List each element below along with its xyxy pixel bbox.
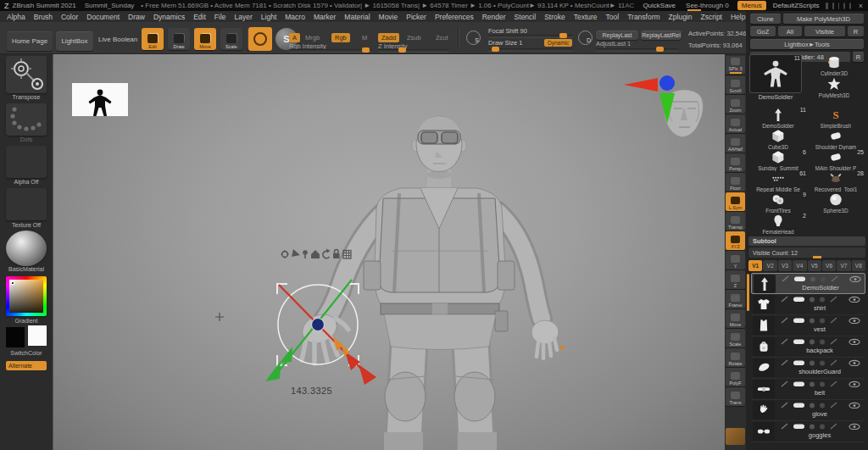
uv-icon[interactable] — [810, 382, 815, 387]
tool-item[interactable]: 11 DemoSoldier — [749, 107, 807, 129]
draw-size-slider[interactable] — [488, 48, 573, 51]
right-shelf-button[interactable]: Zoom — [726, 95, 745, 114]
goz-button[interactable]: GoZ — [750, 26, 776, 36]
config-icon[interactable] — [838, 3, 840, 9]
displacement-icon[interactable] — [820, 361, 825, 366]
paint-icon[interactable] — [782, 276, 788, 281]
dart-icon[interactable] — [292, 249, 300, 257]
right-shelf-button[interactable]: PolyF — [726, 368, 745, 386]
dynamic-toggle[interactable]: Dynamic — [544, 39, 572, 47]
paint-icon[interactable] — [782, 297, 787, 302]
right-shelf-button[interactable]: Scroll — [726, 75, 745, 94]
menu-item[interactable]: Movie — [379, 13, 398, 21]
menu-item[interactable]: Material — [344, 13, 370, 21]
right-shelf-button[interactable]: Floor — [726, 173, 745, 192]
x-axis-icon[interactable] — [624, 78, 658, 92]
focal-shift-slider[interactable] — [488, 35, 573, 37]
right-shelf-button[interactable]: Frame — [726, 290, 745, 308]
texture-tile[interactable] — [6, 188, 47, 220]
subtool-item[interactable]: glove — [751, 400, 865, 421]
brush-slash-icon[interactable] — [831, 381, 837, 386]
paint-icon[interactable] — [782, 339, 787, 344]
visible-count-slider[interactable]: Visible Count: 12 — [748, 247, 865, 258]
polypaint-toggle[interactable] — [793, 361, 804, 366]
polypaint-toggle[interactable] — [793, 382, 804, 387]
visibility-eye-icon[interactable] — [849, 381, 860, 386]
quicksave-button[interactable]: QuickSave — [643, 2, 676, 9]
rgb-intensity-slider[interactable] — [289, 49, 372, 52]
subtool-thumbnail[interactable] — [753, 380, 775, 398]
export-visible-button[interactable]: Visible — [804, 26, 845, 36]
right-shelf-button[interactable]: Scale — [726, 329, 745, 347]
visibility-eye-icon[interactable] — [849, 360, 860, 365]
transpose-button[interactable] — [6, 56, 47, 93]
polypaint-toggle[interactable] — [793, 297, 804, 303]
subtool-thumbnail[interactable] — [753, 337, 775, 356]
divider-left-icon[interactable] — [826, 3, 827, 9]
menu-item[interactable]: Brush — [34, 13, 53, 21]
lightbox-tools-button[interactable]: Lightbox►Tools — [750, 39, 864, 49]
a-toggle[interactable]: A — [289, 33, 300, 42]
menu-item[interactable]: File — [214, 13, 226, 21]
uv-icon[interactable] — [810, 425, 815, 430]
polypaint-toggle[interactable] — [793, 425, 804, 430]
menu-item[interactable]: Color — [61, 13, 78, 21]
menus-button[interactable]: Menus — [737, 1, 766, 10]
subtool-tab[interactable]: V7 — [837, 260, 850, 271]
tool-item[interactable]: Cube3D — [749, 128, 807, 150]
visibility-eye-icon[interactable] — [849, 297, 860, 302]
visibility-eye-icon[interactable] — [849, 424, 860, 429]
soldier-left-hand[interactable] — [531, 320, 559, 358]
main-color-swatch[interactable] — [6, 327, 25, 347]
menu-item[interactable]: Texture — [574, 13, 598, 21]
user-icon[interactable] — [843, 3, 845, 9]
menu-item[interactable]: Marker — [314, 13, 336, 21]
menu-item[interactable]: Alpha — [7, 13, 25, 21]
uv-icon[interactable] — [810, 340, 815, 345]
menu-item[interactable]: Draw — [128, 13, 145, 21]
brush-slash-icon[interactable] — [831, 318, 837, 323]
brush-slash-icon[interactable] — [831, 424, 837, 429]
brush-slash-icon[interactable] — [831, 297, 837, 302]
displacement-icon[interactable] — [820, 340, 825, 345]
subtool-item[interactable]: goggles — [751, 421, 865, 442]
menu-item[interactable]: Macro — [285, 13, 305, 21]
subtool-item[interactable]: DemoSoldier — [751, 273, 865, 294]
home-page-button[interactable]: Home Page — [7, 31, 53, 51]
subtool-item[interactable]: vest — [751, 315, 865, 336]
alternate-button[interactable]: Alternate — [6, 361, 47, 370]
see-through-slider[interactable]: See-through 0 — [686, 2, 729, 9]
subtool-thumbnail[interactable] — [753, 316, 775, 335]
subtool-item[interactable]: belt — [751, 379, 865, 400]
brush-slash-icon[interactable] — [831, 403, 837, 408]
replay-last-button[interactable]: ReplayLast — [596, 31, 638, 40]
zadd-toggle[interactable]: Zadd — [378, 33, 399, 42]
right-shelf-button[interactable]: L.Sym — [726, 192, 745, 211]
right-shelf-button[interactable]: Y — [726, 251, 745, 269]
adjust-last-slider[interactable] — [596, 48, 679, 51]
subtool-header[interactable]: Subtool — [748, 236, 865, 246]
menu-item[interactable]: Zplugin — [669, 13, 693, 21]
tool-item[interactable]: Cylinder3D — [804, 54, 865, 76]
live-boolean-button[interactable]: Live Boolean — [98, 36, 137, 43]
polypaint-toggle[interactable] — [793, 403, 804, 408]
subtool-thumbnail[interactable] — [753, 422, 775, 441]
axis-widget[interactable] — [624, 75, 675, 124]
polypaint-toggle[interactable] — [794, 277, 805, 282]
paint-icon[interactable] — [782, 360, 787, 365]
uv-icon[interactable] — [810, 277, 815, 282]
soldier-model[interactable] — [298, 116, 559, 450]
menu-item[interactable]: Light — [261, 13, 276, 21]
displacement-icon[interactable] — [821, 277, 826, 282]
home-icon[interactable] — [311, 250, 320, 258]
alpha-tile[interactable] — [6, 146, 47, 178]
tool-item[interactable]: Sphere3D — [807, 192, 865, 214]
stroke-tile[interactable] — [6, 103, 47, 136]
uv-icon[interactable] — [810, 297, 815, 303]
uv-icon[interactable] — [810, 403, 815, 408]
right-shelf-button[interactable]: SPix 3 — [726, 56, 745, 75]
gizmo-center[interactable] — [312, 319, 325, 331]
silhouette-preview[interactable] — [72, 83, 128, 116]
right-shelf-button[interactable]: AAHalf — [726, 134, 745, 153]
m-toggle[interactable]: M — [362, 34, 367, 42]
